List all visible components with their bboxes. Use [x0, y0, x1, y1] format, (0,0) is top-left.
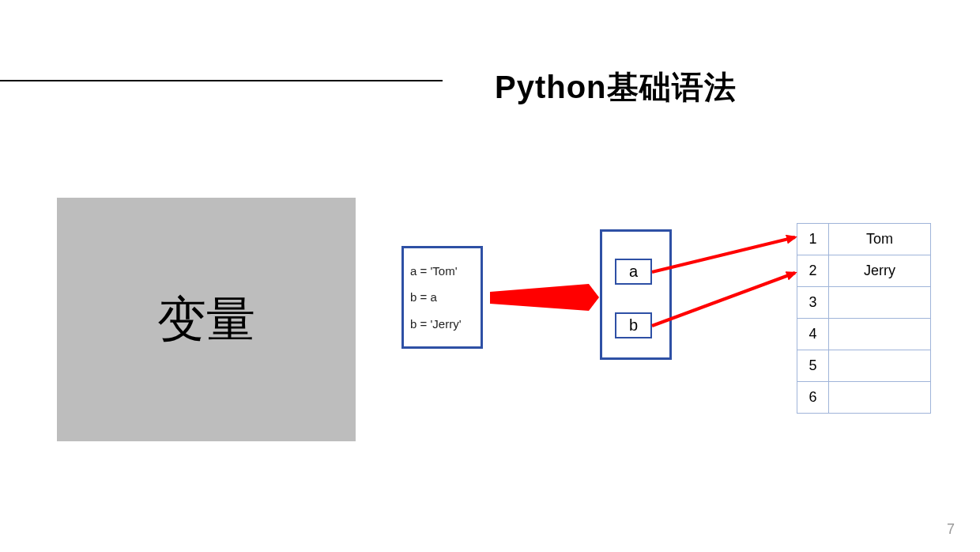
- table-row: 5: [797, 350, 931, 382]
- code-line: b = 'Jerry': [410, 317, 474, 331]
- code-line: a = 'Tom': [410, 264, 474, 278]
- page-number: 7: [947, 521, 955, 538]
- mem-index: 3: [797, 287, 829, 319]
- mem-index: 1: [797, 224, 829, 255]
- slide: Python基础语法 变量 a = 'Tom' b = a b = 'Jerry…: [0, 0, 980, 552]
- table-row: 2Jerry: [797, 255, 931, 287]
- mem-value: Jerry: [829, 255, 931, 287]
- variable-a-cell: a: [615, 259, 652, 285]
- mem-value: Tom: [829, 224, 931, 255]
- table-row: 1Tom: [797, 224, 931, 255]
- mem-index: 4: [797, 319, 829, 350]
- arrow-b-to-mem2: [652, 273, 795, 326]
- section-label: 变量: [157, 286, 255, 353]
- code-snippet-box: a = 'Tom' b = a b = 'Jerry': [401, 246, 483, 349]
- table-row: 4: [797, 319, 931, 350]
- mem-value: [829, 350, 931, 382]
- namespace-box: [600, 229, 672, 360]
- arrow-code-to-namespace: [490, 284, 599, 311]
- mem-value: [829, 287, 931, 319]
- variable-b-cell: b: [615, 312, 652, 338]
- memory-table: 1Tom 2Jerry 3 4 5 6: [797, 223, 931, 414]
- mem-index: 2: [797, 255, 829, 287]
- section-label-block: 变量: [57, 198, 356, 441]
- slide-title: Python基础语法: [495, 66, 737, 109]
- arrow-a-to-mem1: [652, 237, 795, 272]
- table-row: 3: [797, 287, 931, 319]
- header-rule: [0, 80, 443, 81]
- table-row: 6: [797, 382, 931, 414]
- mem-index: 6: [797, 382, 829, 414]
- mem-index: 5: [797, 350, 829, 382]
- mem-value: [829, 319, 931, 350]
- code-line: b = a: [410, 290, 474, 304]
- mem-value: [829, 382, 931, 414]
